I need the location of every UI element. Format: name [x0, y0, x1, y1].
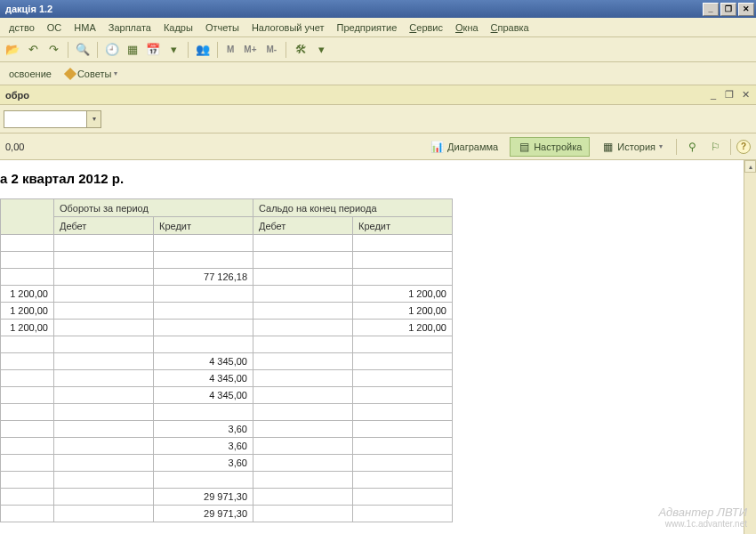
- table-cell[interactable]: [353, 455, 453, 472]
- table-cell[interactable]: [54, 438, 154, 455]
- menu-item[interactable]: Кадры: [158, 20, 198, 36]
- table-cell[interactable]: [54, 303, 154, 320]
- table-cell[interactable]: [54, 336, 154, 353]
- doc-restore-button[interactable]: ❐: [722, 88, 736, 101]
- table-cell[interactable]: 3,60: [154, 421, 253, 438]
- tools-icon[interactable]: 🛠: [292, 41, 310, 59]
- table-cell[interactable]: [1, 506, 54, 522]
- table-cell[interactable]: [353, 235, 453, 252]
- table-cell[interactable]: [1, 421, 54, 438]
- table-cell[interactable]: [253, 320, 353, 336]
- table-cell[interactable]: [1, 353, 54, 370]
- menu-item[interactable]: Налоговый учет: [246, 20, 330, 36]
- table-cell[interactable]: [353, 506, 453, 522]
- table-cell[interactable]: [54, 387, 154, 404]
- settings-button[interactable]: ▤ Настройка: [510, 137, 590, 157]
- redo-icon[interactable]: ↷: [44, 41, 62, 59]
- open-icon[interactable]: 📂: [4, 41, 21, 59]
- table-cell[interactable]: [54, 252, 154, 269]
- table-cell[interactable]: [1, 489, 54, 506]
- table-cell[interactable]: 29 971,30: [154, 506, 253, 522]
- table-cell[interactable]: [253, 286, 353, 303]
- table-cell[interactable]: [154, 235, 253, 252]
- table-cell[interactable]: [353, 387, 453, 404]
- table-cell[interactable]: [54, 353, 154, 370]
- table-cell[interactable]: 4 345,00: [154, 387, 253, 404]
- memory-m[interactable]: M: [223, 44, 237, 54]
- doc-minimize-button[interactable]: _: [706, 88, 720, 101]
- table-cell[interactable]: 29 971,30: [154, 489, 253, 506]
- table-cell[interactable]: [353, 370, 453, 387]
- table-cell[interactable]: [253, 489, 353, 506]
- table-cell[interactable]: [54, 269, 154, 286]
- table-cell[interactable]: [253, 269, 353, 286]
- menu-item[interactable]: Окна: [450, 20, 484, 36]
- table-cell[interactable]: [1, 336, 54, 353]
- table-cell[interactable]: [253, 370, 353, 387]
- menu-item[interactable]: ОС: [42, 20, 68, 36]
- table-cell[interactable]: [253, 455, 353, 472]
- table-cell[interactable]: [54, 286, 154, 303]
- table-cell[interactable]: [353, 336, 453, 353]
- table-cell[interactable]: [353, 421, 453, 438]
- memory-m-minus[interactable]: M-: [263, 44, 281, 54]
- table-cell[interactable]: [253, 303, 353, 320]
- sovety-button[interactable]: Советы ▾: [60, 67, 123, 81]
- table-cell[interactable]: 1 200,00: [353, 320, 453, 336]
- close-button[interactable]: ✕: [738, 3, 754, 16]
- period-dropdown[interactable]: ▾: [4, 110, 101, 128]
- table-cell[interactable]: [253, 353, 353, 370]
- table-cell[interactable]: [353, 438, 453, 455]
- table-cell[interactable]: [54, 421, 154, 438]
- table-cell[interactable]: [253, 438, 353, 455]
- table-cell[interactable]: [353, 404, 453, 421]
- table-cell[interactable]: [353, 252, 453, 269]
- table-cell[interactable]: [353, 269, 453, 286]
- calculator-icon[interactable]: ▦: [124, 41, 141, 59]
- menu-item[interactable]: Справка: [486, 20, 535, 36]
- table-cell[interactable]: [154, 303, 253, 320]
- table-cell[interactable]: [1, 387, 54, 404]
- table-cell[interactable]: [1, 370, 54, 387]
- table-cell[interactable]: [253, 336, 353, 353]
- table-cell[interactable]: [353, 489, 453, 506]
- table-cell[interactable]: [54, 404, 154, 421]
- tool2-button[interactable]: ⚐: [705, 137, 725, 157]
- table-cell[interactable]: [54, 472, 154, 489]
- table-cell[interactable]: [1, 269, 54, 286]
- table-cell[interactable]: [154, 472, 253, 489]
- menu-item[interactable]: Сервис: [404, 20, 448, 36]
- table-cell[interactable]: [1, 235, 54, 252]
- table-cell[interactable]: [54, 489, 154, 506]
- search-icon[interactable]: 🔍: [74, 41, 92, 59]
- osvoenie-button[interactable]: освоение: [4, 67, 57, 81]
- tool1-button[interactable]: ⚲: [682, 137, 702, 157]
- table-cell[interactable]: [1, 404, 54, 421]
- table-cell[interactable]: 3,60: [154, 455, 253, 472]
- table-cell[interactable]: 77 126,18: [154, 269, 253, 286]
- table-cell[interactable]: 1 200,00: [1, 320, 54, 336]
- table-cell[interactable]: 1 200,00: [353, 286, 453, 303]
- table-cell[interactable]: [1, 472, 54, 489]
- table-cell[interactable]: [253, 472, 353, 489]
- dropdown-icon[interactable]: ▾: [165, 41, 182, 59]
- table-cell[interactable]: [253, 506, 353, 522]
- table-cell[interactable]: 1 200,00: [1, 286, 54, 303]
- table-cell[interactable]: 1 200,00: [353, 303, 453, 320]
- clock-icon[interactable]: 🕘: [103, 41, 121, 59]
- calendar-icon[interactable]: 📅: [144, 41, 162, 59]
- doc-close-button[interactable]: ✕: [738, 88, 752, 101]
- minimize-button[interactable]: _: [703, 3, 719, 16]
- table-cell[interactable]: [154, 252, 253, 269]
- history-button[interactable]: ▦ История ▾: [593, 137, 671, 157]
- table-cell[interactable]: 1 200,00: [1, 303, 54, 320]
- table-cell[interactable]: [1, 438, 54, 455]
- dropdown-arrow-icon[interactable]: ▾: [86, 111, 101, 127]
- menu-item[interactable]: Отчеты: [200, 20, 245, 36]
- diagram-button[interactable]: 📊 Диаграмма: [423, 137, 506, 157]
- menu-item[interactable]: дство: [4, 20, 40, 36]
- undo-icon[interactable]: ↶: [24, 41, 42, 59]
- table-cell[interactable]: [253, 235, 353, 252]
- table-cell[interactable]: [253, 387, 353, 404]
- table-cell[interactable]: [253, 421, 353, 438]
